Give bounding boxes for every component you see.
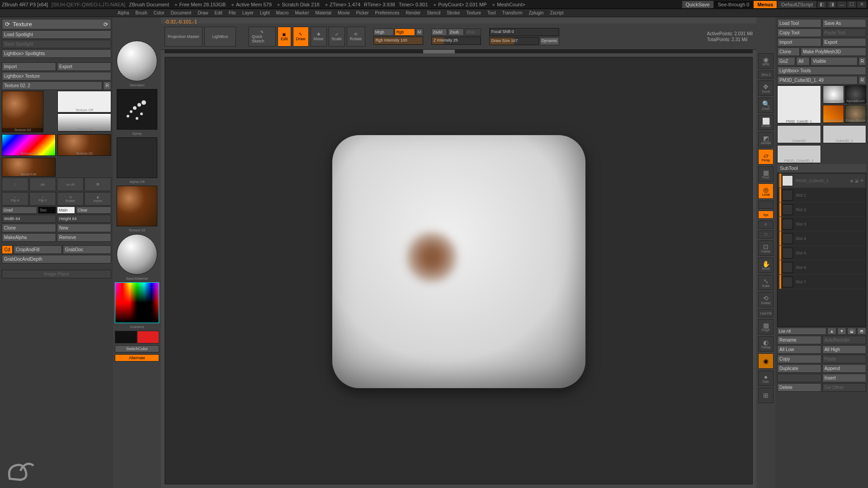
menu-layer[interactable]: Layer <box>242 10 254 15</box>
clear-button[interactable]: Clear <box>76 206 111 214</box>
paste-subtool-button[interactable]: Paste <box>822 355 867 363</box>
listall-button[interactable]: List All <box>777 328 826 335</box>
move-button[interactable]: ✥Move <box>311 27 327 47</box>
merge-icon[interactable]: ◒ <box>847 328 856 335</box>
menu-tool[interactable]: Tool <box>487 10 495 15</box>
material-thumb[interactable] <box>117 234 157 275</box>
persp-button[interactable]: ▱Persp <box>758 149 774 164</box>
menu-stroke[interactable]: Stroke <box>447 10 460 15</box>
insert-button[interactable]: Insert <box>822 374 867 382</box>
aahalf-button[interactable]: ◩AAHalf <box>758 132 774 147</box>
swatch-primary[interactable] <box>137 331 159 343</box>
menu-macro[interactable]: Macro <box>276 10 289 15</box>
menu-render[interactable]: Render <box>406 10 421 15</box>
frame-button[interactable]: ⊡Frame <box>758 240 774 256</box>
duplicate-button[interactable]: Duplicate <box>777 364 821 373</box>
menu-document[interactable]: Document <box>171 10 192 15</box>
subtool-item-active[interactable]: PM3D_Cube3D_1 ◉ ◪ 👁 <box>778 174 866 188</box>
texture-thumb-main[interactable]: Texture 02 <box>2 91 43 132</box>
transp-button[interactable]: ◐Transp <box>758 336 774 352</box>
subtool-slot[interactable]: Slot 6 <box>778 260 866 275</box>
load-spotlight-button[interactable]: Load Spotlight <box>2 30 111 39</box>
spix-button[interactable]: SPix 3 <box>758 70 774 79</box>
tool-r-button[interactable]: R <box>859 76 866 84</box>
polyf-button[interactable]: ▦PolyF <box>758 319 774 334</box>
sec-color-button[interactable]: Sec <box>38 206 56 214</box>
menu-zscript[interactable]: Zscript <box>550 10 563 15</box>
export-tool-button[interactable]: Export <box>822 38 867 47</box>
win-btn-2[interactable]: ◨ <box>827 1 836 8</box>
height-slider[interactable]: Height 64 <box>57 215 111 223</box>
alllow-button[interactable]: All Low <box>777 345 821 354</box>
split-icon[interactable]: ◓ <box>857 328 866 335</box>
quicksketch-button[interactable]: ✎Quick Sketch <box>249 27 276 47</box>
dynamesh-nav-button[interactable]: ◉ <box>758 353 774 369</box>
tool-thumb-alpha[interactable]: AlphaBrush <box>845 85 866 103</box>
mrgb-button[interactable]: Mrgb <box>373 28 394 36</box>
texture-thumb-40[interactable]: Texture 40 <box>2 134 56 156</box>
texture-thumb-brush[interactable]: BrushTxtr <box>2 158 56 177</box>
subtool-slot[interactable]: Slot 2 <box>778 202 866 217</box>
menu-texture[interactable]: Texture <box>466 10 481 15</box>
rgb-button[interactable]: Rgb <box>395 28 415 36</box>
subtool-header[interactable]: SubTool <box>777 164 866 172</box>
clone-button[interactable]: Clone <box>2 224 56 232</box>
goz-r-button[interactable]: R <box>859 57 866 66</box>
menu-picker[interactable]: Picker <box>356 10 369 15</box>
grad-button[interactable]: Grad <box>2 206 37 214</box>
new-button[interactable]: New <box>57 224 111 232</box>
dynamic-button[interactable]: Dynamic <box>540 37 559 45</box>
load-tool-button[interactable]: Load Tool <box>777 19 821 28</box>
scale-button[interactable]: ⤢Scale <box>329 27 345 47</box>
gradient-label[interactable]: Gradient <box>130 325 144 329</box>
cycle-button[interactable]: ⟳ <box>758 221 774 229</box>
movedown-icon[interactable]: ▼ <box>837 328 846 335</box>
zcut-button[interactable]: Zcut <box>465 28 481 36</box>
seethrough-slider[interactable]: See-through 0 <box>714 1 753 8</box>
lock-button[interactable] <box>758 201 774 209</box>
script-indicator[interactable]: DefaultZScript <box>778 1 816 8</box>
draw-button[interactable]: ✎Draw <box>293 27 309 47</box>
brush-thumb[interactable] <box>117 41 157 81</box>
delete-button[interactable]: Delete <box>777 383 821 392</box>
menu-color[interactable]: Color <box>154 10 165 15</box>
quicksave-button[interactable]: QuickSave <box>682 1 713 8</box>
cd-button[interactable]: Cd <box>2 245 13 254</box>
tool-name-field[interactable]: PM3D_Cube3D_1. 49 <box>777 76 858 84</box>
tool-thumb-cube1[interactable]: Cube3D_1 <box>823 125 867 143</box>
menu-file[interactable]: File <box>229 10 236 15</box>
onoff-2-button[interactable]: AA <box>29 178 56 191</box>
rename-button[interactable]: Rename <box>777 336 821 344</box>
move-nav-button[interactable]: ✋Move <box>758 258 774 273</box>
lightbox-texture-button[interactable]: Lightbox> Texture <box>2 72 111 80</box>
export-texture-button[interactable]: Export <box>57 62 111 71</box>
inverse-button[interactable]: ◐Invers <box>85 192 111 206</box>
draw-size-slider[interactable]: Draw Size 167 <box>489 37 539 45</box>
remove-button[interactable]: Remove <box>57 233 111 242</box>
goz-all-button[interactable]: All <box>796 57 810 66</box>
menu-stencil[interactable]: Stencil <box>427 10 440 15</box>
menu-movie[interactable]: Movie <box>338 10 350 15</box>
actual-button[interactable]: ⬜Actual <box>758 115 774 130</box>
texture-thumb-off[interactable]: Texture Off <box>57 91 111 113</box>
texture-r-button[interactable]: R <box>103 81 111 90</box>
copy-subtool-button[interactable]: Copy <box>777 355 821 363</box>
grabdoc-button[interactable]: GrabDoc <box>63 245 111 254</box>
menu-transform[interactable]: Transform <box>502 10 522 15</box>
panel-title[interactable]: ⟳ Texture ⟳ <box>2 19 111 29</box>
subtool-slot[interactable]: Slot 5 <box>778 246 866 260</box>
menu-zplugin[interactable]: Zplugin <box>529 10 544 15</box>
onoff-4-button[interactable]: ▤ <box>85 178 111 191</box>
focal-shift-slider[interactable]: Focal Shift 0 <box>489 28 559 36</box>
maximize-icon[interactable]: ☐ <box>847 1 856 8</box>
tool-thumb-pm3d[interactable]: PM3D_Cube3D_1 <box>777 145 821 163</box>
texture-thumb-01[interactable]: Texture 01 <box>57 113 111 131</box>
texture-tray-thumb[interactable] <box>117 186 157 226</box>
rgb-intensity-slider[interactable]: Rgb Intensity 100 <box>373 37 423 45</box>
tool-thumb-sphere[interactable]: SphereBrush <box>823 85 844 103</box>
onoff-3-button[interactable]: on off <box>57 178 84 191</box>
flipv-button[interactable]: ↕Flip V <box>29 192 56 206</box>
texture-name-field[interactable]: Texture 02. 2 <box>2 81 102 90</box>
goz-visible-button[interactable]: Visible <box>811 57 858 66</box>
floor-button[interactable]: ▦Floor <box>758 166 774 182</box>
